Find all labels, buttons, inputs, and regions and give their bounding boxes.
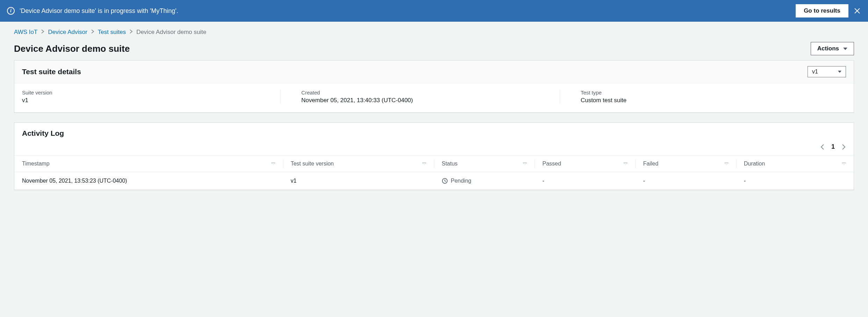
table-row[interactable]: November 05, 2021, 13:53:23 (UTC-0400) v… xyxy=(14,172,854,190)
col-timestamp[interactable]: Timestamp xyxy=(14,156,283,172)
prev-page-button[interactable] xyxy=(820,143,825,150)
panel-title: Test suite details xyxy=(22,68,808,76)
col-duration[interactable]: Duration xyxy=(736,156,854,172)
col-version[interactable]: Test suite version xyxy=(283,156,434,172)
close-icon[interactable] xyxy=(853,7,861,15)
col-passed[interactable]: Passed xyxy=(535,156,635,172)
breadcrumb: AWS IoT Device Advisor Test suites Devic… xyxy=(14,29,854,36)
panel-title: Activity Log xyxy=(22,129,846,138)
caret-down-icon xyxy=(838,71,841,73)
chevron-right-icon xyxy=(91,29,94,36)
info-icon: i xyxy=(7,7,15,15)
sort-icon xyxy=(724,163,729,165)
notification-banner: i 'Device Advisor demo suite' is in prog… xyxy=(0,0,868,22)
actions-label: Actions xyxy=(817,45,839,52)
page-number: 1 xyxy=(831,143,835,150)
cell-version: v1 xyxy=(283,172,434,190)
activity-log-panel: Activity Log 1 Timestamp Test suite vers… xyxy=(14,122,854,190)
go-to-results-button[interactable]: Go to results xyxy=(796,4,848,17)
page-title: Device Advisor demo suite xyxy=(14,43,811,54)
col-status[interactable]: Status xyxy=(434,156,535,172)
cell-status: Pending xyxy=(434,172,535,190)
field-value: Custom test suite xyxy=(581,97,839,104)
field-value: v1 xyxy=(22,97,280,104)
sort-icon xyxy=(523,163,527,165)
field-label: Suite version xyxy=(22,90,280,96)
cell-timestamp: November 05, 2021, 13:53:23 (UTC-0400) xyxy=(14,172,283,190)
caret-down-icon xyxy=(843,48,847,50)
version-select-value: v1 xyxy=(812,69,818,75)
chevron-right-icon xyxy=(129,29,133,36)
cell-passed: - xyxy=(535,172,635,190)
clock-icon xyxy=(442,178,448,184)
cell-duration: - xyxy=(736,172,854,190)
test-suite-details-panel: Test suite details v1 Suite version v1 C… xyxy=(14,60,854,113)
field-label: Created xyxy=(301,90,559,96)
breadcrumb-current: Device Advisor demo suite xyxy=(136,29,206,36)
actions-button[interactable]: Actions xyxy=(811,42,854,55)
chevron-right-icon xyxy=(41,29,44,36)
next-page-button[interactable] xyxy=(841,143,846,150)
sort-icon xyxy=(422,163,426,165)
sort-icon xyxy=(842,163,846,165)
field-label: Test type xyxy=(581,90,839,96)
breadcrumb-link[interactable]: AWS IoT xyxy=(14,29,37,36)
activity-table: Timestamp Test suite version Status Pass… xyxy=(14,155,854,190)
sort-icon xyxy=(623,163,628,165)
field-value: November 05, 2021, 13:40:33 (UTC-0400) xyxy=(301,97,559,104)
breadcrumb-link[interactable]: Test suites xyxy=(98,29,126,36)
col-failed[interactable]: Failed xyxy=(635,156,736,172)
version-select[interactable]: v1 xyxy=(808,66,846,77)
notification-message: 'Device Advisor demo suite' is in progre… xyxy=(20,7,791,15)
breadcrumb-link[interactable]: Device Advisor xyxy=(48,29,87,36)
sort-icon xyxy=(271,163,275,165)
cell-failed: - xyxy=(635,172,736,190)
pagination: 1 xyxy=(14,140,854,155)
